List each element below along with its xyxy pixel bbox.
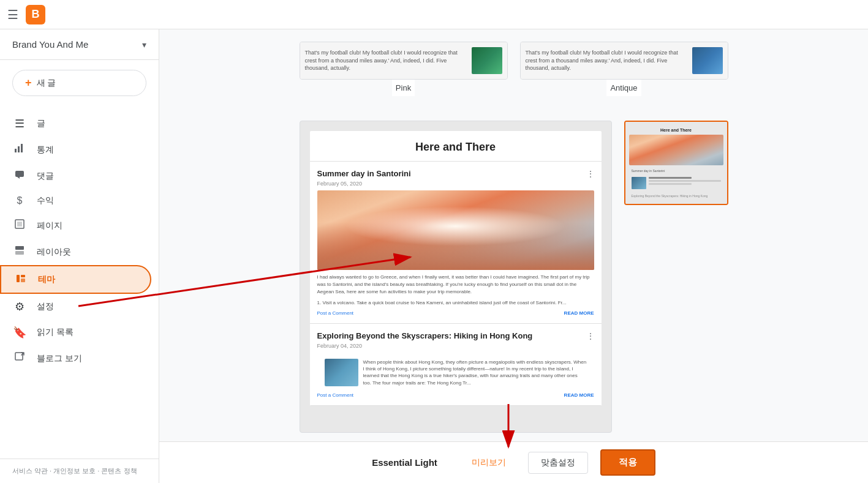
post2-read-more[interactable]: READ MORE bbox=[564, 392, 594, 398]
sidebar-item-layout[interactable]: 레이아웃 bbox=[0, 239, 151, 265]
sidebar-item-reading[interactable]: 🔖 읽기 목록 bbox=[0, 320, 151, 345]
thumb-line bbox=[649, 180, 721, 182]
preview-button[interactable]: 미리보기 bbox=[462, 452, 516, 473]
sidebar-item-pages[interactable]: 페이지 bbox=[0, 212, 151, 239]
theme-card-antique[interactable]: That's my football club! My football clu… bbox=[520, 42, 728, 96]
sidebar-item-label: 글 bbox=[37, 118, 45, 129]
svg-rect-1 bbox=[18, 146, 20, 152]
sidebar-brand[interactable]: Brand You And Me ▾ bbox=[0, 29, 159, 60]
content-area: That's my football club! My football clu… bbox=[159, 29, 868, 483]
svg-rect-10 bbox=[21, 275, 25, 277]
post1-comment-link[interactable]: Post a Comment bbox=[317, 310, 354, 316]
post1-excerpt: I had always wanted to go to Greece, and… bbox=[317, 274, 594, 296]
chevron-down-icon: ▾ bbox=[142, 40, 146, 50]
sidebar-item-label: 읽기 목록 bbox=[37, 327, 74, 338]
svg-rect-2 bbox=[21, 144, 23, 152]
sidebar-item-label: 블로그 보기 bbox=[37, 353, 82, 364]
sidebar-footer: 서비스 약관 · 개인정보 보호 · 콘텐츠 정책 bbox=[0, 459, 159, 483]
thumb-post-text: Summer day in Santorini bbox=[629, 168, 723, 174]
sidebar-item-label: 댓글 bbox=[37, 171, 54, 182]
post2-text: When people think about Hong Kong, they … bbox=[363, 359, 587, 386]
post1-title: Summer day in Santorini bbox=[317, 169, 411, 178]
sidebar-item-label: 테마 bbox=[38, 274, 55, 285]
sidebar-item-label: 페이지 bbox=[37, 220, 62, 231]
thumb-post-image bbox=[629, 135, 723, 165]
scrollable-content: That's my football club! My football clu… bbox=[159, 29, 868, 441]
theme-selected-thumbnail[interactable]: Here and There Summer day in Santorini E… bbox=[624, 121, 728, 205]
topbar: ☰ B bbox=[0, 0, 868, 29]
theme-icon bbox=[13, 272, 28, 286]
new-post-button[interactable]: + 새 글 bbox=[12, 70, 146, 96]
new-post-label: 새 글 bbox=[37, 78, 56, 89]
menu-icon[interactable]: ☰ bbox=[7, 7, 18, 22]
external-link-icon bbox=[12, 351, 27, 365]
post2-date: February 04, 2020 bbox=[317, 343, 594, 349]
sidebar-item-theme[interactable]: 테마 bbox=[0, 265, 151, 294]
thumb-line bbox=[649, 183, 692, 185]
pink-card-image bbox=[472, 47, 502, 74]
pink-card-text: That's my football club! My football clu… bbox=[305, 49, 467, 72]
svg-rect-3 bbox=[15, 171, 24, 177]
sidebar-item-earnings[interactable]: $ 수익 bbox=[0, 189, 151, 212]
post1-list-item: 1. Visit a volcano. Take a quick boat cr… bbox=[317, 299, 594, 307]
action-bar: Essential Light 미리보기 맞춤설정 적용 bbox=[159, 441, 868, 483]
svg-rect-12 bbox=[15, 353, 23, 360]
stats-icon bbox=[12, 143, 27, 157]
post2-image bbox=[325, 359, 358, 386]
theme-main-section: Here and There Summer day in Santorini ⋮… bbox=[159, 121, 868, 433]
brand-name: Brand You And Me bbox=[12, 39, 88, 50]
selected-theme-name: Essential Light bbox=[372, 457, 437, 468]
thumb-line bbox=[649, 177, 692, 179]
main-layout: Brand You And Me ▾ + 새 글 ☰ 글 통계 댓글 bbox=[0, 29, 868, 483]
app-logo: B bbox=[26, 5, 45, 24]
sidebar-nav: ☰ 글 통계 댓글 $ 수익 bbox=[0, 106, 159, 459]
pink-theme-name: Pink bbox=[392, 80, 415, 96]
svg-marker-4 bbox=[17, 177, 20, 179]
sidebar-item-comments[interactable]: 댓글 bbox=[0, 163, 151, 189]
post1-date: February 05, 2020 bbox=[317, 181, 594, 187]
sidebar-item-label: 통계 bbox=[37, 144, 54, 155]
sidebar-item-view-blog[interactable]: 블로그 보기 bbox=[0, 345, 151, 372]
logo-letter: B bbox=[32, 8, 40, 21]
post2-comment-link[interactable]: Post a Comment bbox=[317, 392, 354, 398]
post2-title: Exploring Beyond the Skyscrapers: Hiking… bbox=[317, 331, 533, 340]
post-card-2: Exploring Beyond the Skyscrapers: Hiking… bbox=[310, 324, 602, 406]
thumb-blog-title: Here and There bbox=[629, 125, 723, 135]
post1-image bbox=[317, 190, 594, 270]
svg-rect-7 bbox=[15, 246, 24, 250]
post-card-1: Summer day in Santorini ⋮ February 05, 2… bbox=[310, 162, 602, 324]
antique-card-text: That's my football club! My football clu… bbox=[526, 49, 687, 72]
reading-icon: 🔖 bbox=[12, 326, 27, 339]
sidebar-item-stats[interactable]: 통계 bbox=[0, 137, 151, 163]
theme-main-preview[interactable]: Here and There Summer day in Santorini ⋮… bbox=[300, 121, 612, 433]
sidebar: Brand You And Me ▾ + 새 글 ☰ 글 통계 댓글 bbox=[0, 29, 159, 483]
sidebar-item-label: 설정 bbox=[37, 301, 54, 312]
customize-button[interactable]: 맞춤설정 bbox=[528, 452, 588, 474]
earnings-icon: $ bbox=[12, 195, 27, 206]
tos-link[interactable]: 서비스 약관 bbox=[12, 467, 48, 474]
theme-top-row: That's my football club! My football clu… bbox=[159, 42, 868, 108]
svg-rect-8 bbox=[15, 251, 24, 255]
pages-icon bbox=[12, 219, 27, 233]
sidebar-item-posts[interactable]: ☰ 글 bbox=[0, 111, 151, 137]
blog-title: Here and There bbox=[310, 131, 602, 162]
sidebar-item-settings[interactable]: ⚙ 설정 bbox=[0, 294, 151, 320]
theme-card-pink[interactable]: That's my football club! My football clu… bbox=[300, 42, 508, 96]
thumb-post2-img bbox=[632, 177, 646, 189]
post1-read-more[interactable]: READ MORE bbox=[564, 310, 594, 316]
layout-icon bbox=[12, 245, 27, 259]
posts-icon: ☰ bbox=[12, 117, 27, 130]
settings-icon: ⚙ bbox=[12, 300, 27, 313]
share-icon-2[interactable]: ⋮ bbox=[587, 332, 594, 340]
antique-theme-name: Antique bbox=[606, 80, 641, 96]
svg-rect-0 bbox=[15, 149, 17, 152]
svg-rect-11 bbox=[21, 279, 25, 282]
content-policy-link[interactable]: 콘텐츠 정책 bbox=[101, 467, 137, 474]
svg-rect-9 bbox=[17, 275, 20, 282]
antique-card-image bbox=[692, 47, 723, 74]
share-icon[interactable]: ⋮ bbox=[587, 170, 594, 178]
plus-icon: + bbox=[25, 77, 32, 89]
sidebar-item-label: 수익 bbox=[37, 195, 54, 206]
privacy-link[interactable]: 개인정보 보호 bbox=[53, 467, 96, 474]
apply-button[interactable]: 적용 bbox=[600, 449, 655, 476]
